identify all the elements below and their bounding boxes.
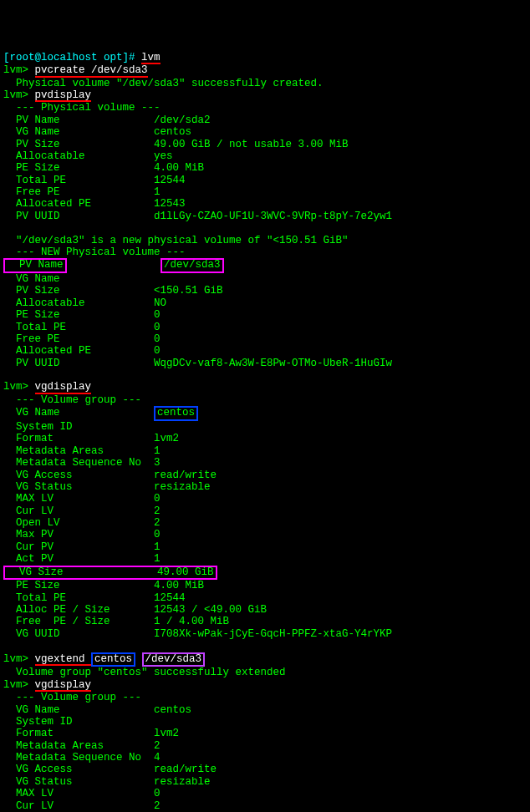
vg-size-highlight: VG Size 49.00 GiB (3, 566, 217, 581)
format-value: lvm2 (154, 728, 179, 739)
pe-size-value: 0 (154, 309, 161, 321)
blank-line (3, 369, 23, 381)
meta-areas-value: 2 (154, 740, 161, 752)
meta-seq-value: 4 (154, 752, 161, 764)
act-pv-label: Act PV (3, 553, 154, 565)
cur-lv-value: 2 (154, 505, 161, 517)
pv-size-value: <150.51 GiB (154, 285, 223, 297)
cmd-vgdisplay: vgdisplay (35, 382, 92, 394)
pv-uuid-label: PV UUID (3, 358, 154, 369)
new-pv-header: --- NEW Physical volume --- (3, 246, 186, 258)
open-lv-label: Open LV (3, 517, 154, 529)
total-pe-label: Total PE (3, 592, 154, 604)
free-pe-value: 1 (154, 186, 161, 198)
pe-size-value: 4.00 MiB (154, 580, 204, 591)
vg-header: --- Volume group --- (3, 692, 141, 703)
vg-access-label: VG Access (3, 469, 154, 481)
pv-size-label: PV Size (3, 285, 154, 297)
pvcreate-output: Physical volume "/dev/sda3" successfully… (3, 78, 324, 89)
vg-status-value: resizable (154, 776, 211, 788)
allocatable-value: NO (154, 297, 166, 309)
allocatable-label: Allocatable (3, 150, 154, 162)
pe-size-label: PE Size (3, 162, 154, 174)
pv-size-label: PV Size (3, 139, 154, 150)
max-lv-value: 0 (154, 493, 161, 505)
format-label: Format (3, 728, 154, 739)
meta-areas-label: Metadata Areas (3, 445, 154, 457)
vg-uuid-value: I708Xk-wPak-jCyE-GqcH-PPFZ-xtaG-Y4rYKP (154, 628, 392, 640)
vg-name-label: VG Name (3, 273, 154, 285)
total-pe-value: 12544 (154, 592, 186, 604)
cur-lv-label: Cur LV (3, 505, 154, 517)
cur-pv-label: Cur PV (3, 541, 154, 553)
free-pe-label: Free PE (3, 333, 154, 345)
pv-header: --- Physical volume --- (3, 102, 161, 114)
lvm-prompt: lvm> (3, 653, 35, 665)
pv-name-label: PV Name (3, 114, 154, 126)
pad (67, 259, 161, 271)
cmd-pvcreate: pvcreate /dev/sda3 (35, 65, 148, 78)
pv-uuid-value: d1lLGy-CZAO-UF1U-3WVC-9VRp-t8pY-7e2yw1 (154, 211, 392, 222)
pe-size-label: PE Size (3, 580, 154, 591)
alloc-pe-label: Alloc PE / Size (3, 604, 154, 616)
meta-seq-value: 3 (154, 457, 161, 469)
pv-name-value: /dev/sda2 (154, 114, 211, 126)
free-pe-value: 0 (154, 333, 161, 345)
cmd-lvm: lvm (141, 53, 161, 65)
meta-seq-label: Metadata Sequence No (3, 457, 154, 469)
vg-status-label: VG Status (3, 481, 154, 493)
total-pe-value: 12544 (154, 175, 186, 186)
max-pv-label: Max PV (3, 529, 154, 540)
alloc-pe-value: 0 (154, 345, 161, 357)
pv-uuid-label: PV UUID (3, 211, 154, 222)
vg-name-value: centos (154, 704, 191, 716)
vgextend-arg-vg: centos (91, 652, 135, 667)
alloc-pe-label: Allocated PE (3, 345, 154, 357)
cur-pv-value: 1 (154, 541, 161, 553)
max-lv-label: MAX LV (3, 788, 154, 799)
free-pe-value: 1 / 4.00 MiB (154, 616, 229, 627)
lvm-prompt: lvm> (3, 64, 35, 76)
cmd-vgdisplay: vgdisplay (35, 680, 92, 693)
system-id-label: System ID (3, 421, 154, 433)
cur-lv-label: Cur LV (3, 800, 154, 812)
max-pv-value: 0 (154, 529, 161, 540)
pe-size-label: PE Size (3, 309, 154, 321)
vg-header: --- Volume group --- (3, 394, 141, 406)
total-pe-label: Total PE (3, 175, 154, 186)
space (135, 653, 142, 665)
allocatable-value: yes (154, 150, 173, 162)
alloc-pe-label: Allocated PE (3, 198, 154, 210)
free-pe-label: Free PE / Size (3, 616, 154, 627)
format-label: Format (3, 433, 154, 444)
vgextend-output: Volume group "centos" successfully exten… (3, 667, 286, 678)
system-id-label: System ID (3, 716, 154, 728)
max-lv-value: 0 (154, 788, 161, 799)
shell-prompt: [root@localhost opt]# (3, 52, 141, 63)
pv-uuid-value: WqgDCv-vaf8-Aw3W-E8Pw-OTMo-UbeR-1HuGIw (154, 358, 392, 369)
vg-name-value-highlight: centos (154, 406, 198, 421)
meta-areas-label: Metadata Areas (3, 740, 154, 752)
vg-access-label: VG Access (3, 764, 154, 775)
free-pe-label: Free PE (3, 186, 154, 198)
max-lv-label: MAX LV (3, 493, 154, 505)
vg-name-label: VG Name (3, 704, 154, 716)
vg-name-label: VG Name (3, 126, 154, 138)
new-pv-msg: "/dev/sda3" is a new physical volume of … (3, 235, 349, 246)
vg-access-value: read/write (154, 764, 217, 775)
meta-seq-label: Metadata Sequence No (3, 752, 154, 764)
pe-size-value: 4.00 MiB (154, 162, 204, 174)
lvm-prompt: lvm> (3, 679, 35, 691)
meta-areas-value: 1 (154, 445, 161, 457)
blank-line (3, 222, 23, 234)
vg-name-value: centos (154, 126, 191, 138)
alloc-pe-value: 12543 (154, 198, 186, 210)
cmd-pvdisplay: pvdisplay (35, 90, 92, 103)
alloc-pe-value: 12543 / <49.00 GiB (154, 604, 267, 616)
format-value: lvm2 (154, 433, 179, 444)
pv-name-value-highlight: /dev/sda3 (161, 258, 224, 273)
vg-status-value: resizable (154, 481, 211, 493)
lvm-prompt: lvm> (3, 381, 35, 393)
pv-name-highlight: PV Name (3, 258, 67, 273)
cur-lv-value: 2 (154, 800, 161, 812)
